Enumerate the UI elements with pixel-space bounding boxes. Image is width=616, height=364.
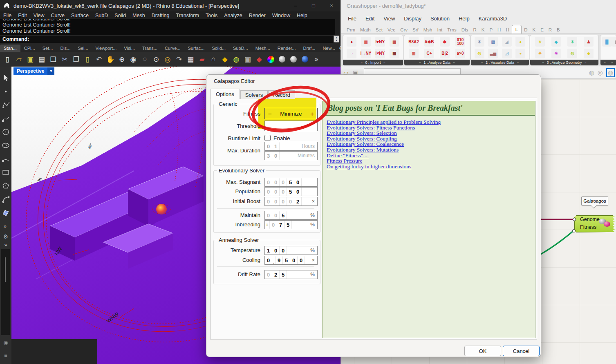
display-mode-icon[interactable]: ▰ bbox=[196, 54, 208, 65]
gh-tab-trns-8[interactable]: Trns bbox=[445, 26, 459, 33]
hours-digit-display[interactable]: 01Hours bbox=[264, 142, 318, 151]
toolbar-tab-surfac[interactable]: Surfac... bbox=[184, 45, 208, 52]
gh-tab-crv-4[interactable]: Crv bbox=[398, 26, 410, 33]
rhino-menu-drafting[interactable]: Drafting bbox=[148, 13, 173, 18]
paste-icon[interactable]: ▯ bbox=[82, 54, 93, 65]
chevron-down-icon[interactable]: ▼ bbox=[47, 67, 54, 75]
viewport-tab-perspective[interactable]: Perspective ▼ bbox=[13, 67, 54, 75]
dialog-tab-record[interactable]: Record bbox=[268, 90, 295, 99]
circle-icon[interactable] bbox=[1, 127, 10, 136]
torus-view-icon[interactable]: ◎ bbox=[598, 69, 603, 76]
rhino-menu-subd[interactable]: SubD bbox=[92, 13, 111, 18]
rhino-menu-transform[interactable]: Transform bbox=[172, 13, 202, 18]
rhino-menu-mesh[interactable]: Mesh bbox=[129, 13, 148, 18]
i-x-ny-icon[interactable]: I×NY bbox=[375, 49, 385, 58]
sphere-blue-icon[interactable] bbox=[299, 54, 311, 65]
polygon-icon[interactable] bbox=[1, 181, 10, 190]
Maintain-digit-display[interactable]: 005% bbox=[264, 211, 318, 220]
rhino-menu-curve[interactable]: Curve bbox=[48, 13, 68, 18]
i-arrow-ny-icon[interactable]: I→NY bbox=[361, 49, 371, 58]
cut-icon[interactable]: ✂ bbox=[59, 54, 70, 65]
command-prompt[interactable]: Command: bbox=[0, 35, 335, 43]
rhino-menu-analyze[interactable]: Analyze bbox=[221, 13, 245, 18]
cone-chart-icon[interactable]: ◿ bbox=[502, 49, 512, 58]
lock-icon[interactable]: ▣ bbox=[242, 54, 253, 65]
zoom-window-icon[interactable]: ⊙ bbox=[150, 54, 162, 65]
gh-tab-e-18[interactable]: E bbox=[538, 26, 546, 33]
gradient-mesh-icon[interactable]: ▨ bbox=[488, 37, 498, 47]
gh-menu-karamba3d[interactable]: Karamba3D bbox=[474, 14, 511, 23]
blog-link[interactable]: Fitness Pressure bbox=[327, 158, 535, 164]
color-wheel-icon[interactable] bbox=[265, 54, 276, 65]
blog-link[interactable]: Evolutionary Solvers: Coupling bbox=[327, 136, 535, 142]
gh-tab-math-1[interactable]: Math bbox=[358, 26, 373, 33]
blog-link[interactable]: Evolutionary Principles applied to Probl… bbox=[327, 119, 535, 125]
weather-file-icon[interactable]: ▩ bbox=[390, 37, 399, 47]
arc-icon[interactable] bbox=[1, 154, 10, 163]
ab-swap-icon[interactable]: B8A2 bbox=[409, 37, 419, 47]
sunlight-hours-icon[interactable]: ☀ bbox=[535, 37, 545, 47]
b-split-icon[interactable]: B|2 bbox=[440, 49, 450, 58]
radiation-rose-icon[interactable]: ◎ bbox=[567, 49, 577, 58]
minutes-digit-display[interactable]: 30Minutes bbox=[264, 151, 318, 160]
gh-tab-l-15[interactable]: L bbox=[512, 25, 522, 33]
toolbar-tab-trans[interactable]: Trans... bbox=[139, 45, 161, 52]
Max. Stagnant-digit-display[interactable]: 00050 bbox=[264, 178, 318, 187]
stat-icon[interactable]: ▩ bbox=[390, 49, 399, 58]
gh-tab-prm-0[interactable]: Prm bbox=[344, 26, 358, 33]
gh-tab-h-14[interactable]: H bbox=[503, 26, 511, 33]
freeform-curve-icon[interactable] bbox=[1, 195, 10, 204]
ellipse-icon[interactable] bbox=[1, 141, 10, 150]
rhino-menu-window[interactable]: Window bbox=[269, 13, 293, 18]
sphere-wire-icon[interactable] bbox=[288, 54, 299, 65]
toolbar-tab-curve[interactable]: Curve... bbox=[161, 45, 184, 52]
gh-tab-d-16[interactable]: D bbox=[522, 26, 530, 33]
rhino-menu-edit[interactable]: Edit bbox=[15, 13, 30, 18]
copy-file-icon[interactable]: ❏ bbox=[47, 54, 59, 65]
recolor-icon[interactable]: ▣ bbox=[612, 37, 616, 47]
gh-tab-dis-9[interactable]: Dis bbox=[459, 26, 471, 33]
genome-input-dot[interactable] bbox=[573, 218, 576, 221]
Inbreeding-digit-display[interactable]: +075% bbox=[264, 220, 318, 229]
blog-link[interactable]: On getting lucky in higher dimensions bbox=[327, 164, 535, 170]
toolbar-tab-draf[interactable]: Draf... bbox=[299, 45, 319, 52]
gh-tab-k-17[interactable]: K bbox=[530, 26, 538, 33]
pan-icon[interactable]: ✋ bbox=[105, 54, 116, 65]
threshold-input[interactable] bbox=[264, 121, 318, 131]
blog-link[interactable]: Evolutionary Solvers: Mutations bbox=[327, 147, 535, 153]
history-panel-icon[interactable]: ◉ bbox=[1, 339, 10, 348]
zoom-selected-icon[interactable]: ◎ bbox=[162, 54, 173, 65]
toolbar-tab-visi[interactable]: Visi... bbox=[120, 45, 139, 52]
gh-tab-r-10[interactable]: R bbox=[470, 26, 479, 33]
new-file-icon[interactable]: ▯ bbox=[2, 54, 13, 65]
zoom-icon[interactable]: ◉ bbox=[128, 54, 139, 65]
sphere-shaded-icon[interactable] bbox=[276, 54, 288, 65]
rhino-menu-surface[interactable]: Surface bbox=[68, 13, 92, 18]
a-gt-zero-icon[interactable]: a>0 bbox=[455, 49, 465, 58]
ok-button[interactable]: OK bbox=[464, 346, 501, 356]
more-chevron-icon[interactable]: » bbox=[1, 222, 10, 231]
gh-menu-view[interactable]: View bbox=[379, 14, 399, 23]
rhino-menu-view[interactable]: View bbox=[30, 13, 48, 18]
gh-tab-k-11[interactable]: K bbox=[479, 26, 487, 33]
toolbar-tab-stan[interactable]: Stan... bbox=[0, 45, 20, 52]
gh-tab-srf-5[interactable]: Srf bbox=[410, 26, 421, 33]
blog-link[interactable]: Define "Fitness".... bbox=[327, 153, 535, 159]
gh-tab-int-7[interactable]: Int bbox=[435, 26, 445, 33]
shade-icon[interactable]: ☻ bbox=[584, 49, 594, 58]
toolbar-tab-mesh[interactable]: Mesh... bbox=[252, 45, 274, 52]
toolbar-tab-dis[interactable]: Dis... bbox=[56, 45, 74, 52]
gh-menu-help[interactable]: Help bbox=[454, 14, 474, 23]
print-icon[interactable]: ▤ bbox=[36, 54, 47, 65]
point-icon[interactable] bbox=[1, 87, 10, 96]
Drift Rate-digit-display[interactable]: 025% bbox=[264, 270, 318, 279]
gh-tab-set-2[interactable]: Set bbox=[373, 26, 385, 33]
galapagos-component[interactable]: Genome Fitness bbox=[574, 215, 616, 232]
Temperature-digit-display[interactable]: 100% bbox=[264, 246, 318, 255]
wind-rose-icon[interactable]: ✳ bbox=[475, 37, 484, 47]
copy-icon[interactable]: ❐ bbox=[70, 54, 82, 65]
shield-icon[interactable]: ◆ bbox=[253, 54, 265, 65]
Initial Boost-digit-display[interactable]: 00002× bbox=[264, 197, 318, 206]
i-heart-ny-icon[interactable]: I♥NY bbox=[375, 37, 385, 47]
rhino-menu-solid[interactable]: Solid bbox=[111, 13, 129, 18]
